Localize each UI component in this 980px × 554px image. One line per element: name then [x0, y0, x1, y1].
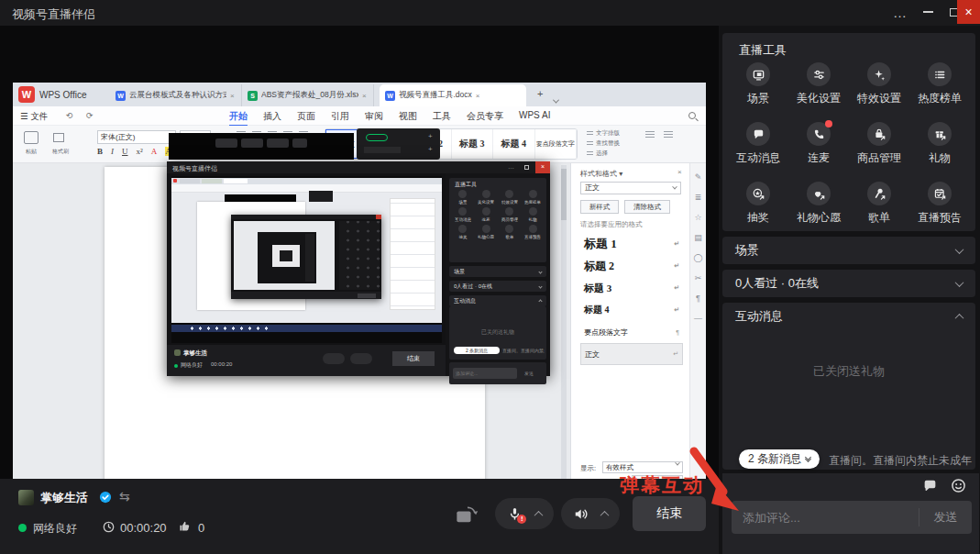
- speaker-button[interactable]: [561, 498, 620, 529]
- system-notice-text: 直播间。直播间内禁止未成年: [829, 453, 974, 469]
- avatar[interactable]: [18, 490, 34, 505]
- style-dropdown: 正文: [580, 182, 681, 194]
- doc-icon: W: [385, 91, 395, 101]
- styles-format-panel: 样式和格式 ▾ × 正文 新样式 清除格式 请选择要应用的格式 标题 1↵ 标题…: [570, 163, 689, 495]
- wps-doc-tab-active: W 视频号直播工具.docx ×: [380, 84, 526, 106]
- nested-message-panel: 已关闭送礼物 2 条新消息 直播间。直播间内禁止未成年: [449, 306, 546, 360]
- emoji-icon[interactable]: [951, 478, 966, 493]
- scene-section-header[interactable]: 场景: [722, 237, 975, 264]
- orientation-toggle-icon[interactable]: [455, 504, 480, 526]
- style-list: 标题 1↵ 标题 2↵ 标题 3↵ 标题 4↵ 要点段落文字¶ 正文↵: [580, 233, 683, 365]
- clock-icon: [103, 521, 115, 533]
- tool-scene[interactable]: 场景: [728, 62, 788, 112]
- tool-gift-wish[interactable]: 礼物心愿: [788, 182, 849, 231]
- document-scrollbar: [561, 165, 567, 492]
- wps-logo: W: [18, 86, 35, 103]
- green-outline-button: [366, 134, 388, 141]
- clear-format-button: 清除格式: [624, 200, 670, 214]
- wps-undo-redo-icons: ⟲ ⟳: [66, 111, 99, 120]
- popup-button: [292, 138, 307, 148]
- tool-effects[interactable]: 特效设置: [849, 62, 909, 112]
- comment-input[interactable]: [732, 511, 919, 525]
- songs-icon: [873, 187, 886, 201]
- nested-messages-bar: 互动消息: [449, 295, 546, 306]
- nested-network-dot: [174, 364, 178, 368]
- tool-interactive-messages[interactable]: 互动消息: [728, 122, 788, 172]
- tool-song-list[interactable]: 歌单: [849, 182, 909, 231]
- chevron-down-icon: [955, 245, 964, 254]
- chevron-down-icon: [955, 278, 964, 287]
- tab-close-icon: ×: [230, 92, 235, 100]
- minimize-button[interactable]: [915, 0, 941, 24]
- tool-ranking[interactable]: 热度榜单: [909, 62, 970, 112]
- lottery-icon: [752, 187, 765, 201]
- tab-list-chevron-icon: [554, 91, 558, 107]
- plus-icon: +: [428, 132, 433, 140]
- comment-bubble-icon[interactable]: [922, 478, 938, 493]
- comment-input-wrap: 发送: [732, 501, 972, 534]
- title-bar: 视频号直播伴侣 … ×: [0, 0, 980, 26]
- captured-popup-strip: [169, 133, 354, 160]
- wps-ribbon-tabs: 开始 插入 页面 引用 审阅 视图 工具 会员专享 WPS AI: [229, 110, 550, 127]
- live-preview-canvas: W WPS Office W 云展台模板式及各种认识方式一份 × S ABS资产…: [0, 26, 719, 479]
- messages-icon: [752, 127, 765, 141]
- new-style-button: 新样式: [580, 200, 619, 214]
- nested-screen-preview: [171, 176, 442, 343]
- popup-button: [215, 138, 237, 148]
- verified-badge-icon: [99, 491, 112, 504]
- switch-account-icon[interactable]: ⇆: [119, 489, 130, 504]
- network-status-dot: [18, 524, 27, 532]
- window-menu-button[interactable]: …: [887, 0, 913, 24]
- window-title: 视频号直播伴侣: [12, 6, 95, 23]
- app-window: 视频号直播伴侣 … × 关 W WPS Office W 云展台模板式及各种认识…: [0, 0, 980, 554]
- tool-gifts[interactable]: 礼物: [909, 122, 970, 172]
- tool-products[interactable]: 商品管理: [849, 122, 909, 172]
- nested-maximize-icon: [524, 165, 529, 170]
- right-sidebar: 直播工具 场景 美化设置 特效设置 热度榜单 互动消息: [719, 26, 980, 554]
- nested-menu-icon: …: [508, 163, 514, 170]
- nested-title-bar: 视频号直播伴侣 … ×: [167, 161, 550, 173]
- tool-lottery[interactable]: 抽奖: [728, 182, 788, 231]
- nested-avatar: [174, 349, 181, 356]
- tool-live-schedule[interactable]: 直播预告: [909, 182, 970, 231]
- messages-section-header[interactable]: 互动消息: [722, 303, 975, 330]
- format-brush-icon: [53, 133, 64, 142]
- panel-close-icon: ×: [677, 168, 682, 176]
- notification-dot: [825, 120, 832, 127]
- comment-area: 发送: [722, 473, 979, 554]
- tab-close-icon: ×: [476, 92, 480, 100]
- captured-companion-window-level2: [231, 215, 381, 299]
- wps-menu-bar: ☰ 文件 ⟲ ⟳ 开始 插入 页面 引用 审阅 视图 工具 会员专享 WPS A…: [13, 106, 706, 126]
- nested-bottom-bar: 掌够生活 网络良好 00:00:20 结束: [167, 345, 446, 376]
- microphone-button[interactable]: !: [495, 498, 554, 529]
- viewers-section-header[interactable]: 0人看过 · 0在线: [722, 270, 975, 297]
- speaker-options-chevron-icon[interactable]: [600, 510, 609, 519]
- bottom-status-bar: 掌够生活 ⇆ 网络良好 00:00:20 0 ! 结束 弹幕互动: [0, 479, 719, 554]
- plus-icon: +: [428, 145, 433, 153]
- send-button[interactable]: 发送: [919, 508, 972, 526]
- wps-brand-label: WPS Office: [39, 90, 87, 100]
- mini-dark-panel: [309, 191, 333, 202]
- captured-companion-window: 视频号直播伴侣 … ×: [167, 161, 550, 376]
- mic-options-chevron-icon[interactable]: [534, 510, 543, 519]
- nested-mic-pill: [323, 353, 345, 364]
- call-icon: [812, 127, 826, 141]
- tool-beauty-settings[interactable]: 美化设置: [788, 62, 849, 112]
- wps-search-icon: [688, 112, 696, 119]
- effects-icon: [873, 68, 886, 82]
- popup-button: [267, 138, 289, 148]
- wps-sheet-tab-2: S ABS资产报表处_08月份.xlsx ×: [242, 84, 374, 106]
- live-tools-panel: 直播工具 场景 美化设置 特效设置 热度榜单 互动消息: [722, 33, 975, 231]
- paste-icon: [24, 131, 39, 144]
- gift-icon: [933, 127, 947, 141]
- stream-duration: 00:00:20: [120, 521, 167, 535]
- end-stream-button[interactable]: 结束: [633, 496, 706, 531]
- new-messages-pill[interactable]: 2 条新消息: [739, 449, 820, 469]
- level2-sidebar: [339, 221, 380, 290]
- level2-preview: [234, 221, 335, 290]
- tool-co-stream[interactable]: 连麦: [788, 122, 849, 172]
- close-button[interactable]: ×: [957, 0, 980, 24]
- products-icon: [873, 127, 886, 141]
- mini-wps-window: [171, 178, 442, 323]
- wps-doc-tab-1: W 云展台模板式及各种认识方式一份 ×: [110, 84, 242, 106]
